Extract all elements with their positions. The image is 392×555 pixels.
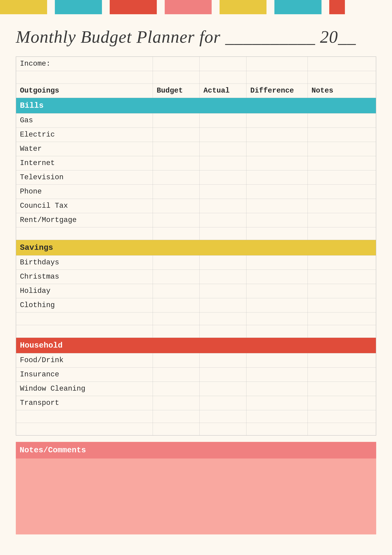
col-notes-header: Notes <box>308 84 376 98</box>
phone-budget[interactable] <box>153 184 200 199</box>
birthdays-actual[interactable] <box>200 255 246 270</box>
income-actual[interactable] <box>200 57 246 71</box>
window-cleaning-actual[interactable] <box>200 382 246 396</box>
income-diff[interactable] <box>246 57 308 71</box>
internet-diff[interactable] <box>246 156 308 170</box>
window-cleaning-budget[interactable] <box>153 382 200 396</box>
gas-diff[interactable] <box>246 113 308 128</box>
row-food-drink: Food/Drink <box>16 353 376 367</box>
bar-gap-2 <box>102 0 110 14</box>
row-phone: Phone <box>16 184 376 199</box>
gas-notes[interactable] <box>308 113 376 128</box>
christmas-notes[interactable] <box>308 270 376 284</box>
bar-gap-6 <box>321 0 329 14</box>
clothing-notes[interactable] <box>308 298 376 312</box>
food-drink-actual[interactable] <box>200 353 246 367</box>
council-tax-actual[interactable] <box>200 199 246 213</box>
bar-yellow-2 <box>220 0 267 14</box>
bar-teal-2 <box>274 0 321 14</box>
spacer-after-bills <box>16 227 376 240</box>
clothing-budget[interactable] <box>153 298 200 312</box>
label-council-tax: Council Tax <box>16 199 153 213</box>
insurance-diff[interactable] <box>246 367 308 382</box>
window-cleaning-notes[interactable] <box>308 382 376 396</box>
row-window-cleaning: Window Cleaning <box>16 382 376 396</box>
water-notes[interactable] <box>308 142 376 156</box>
internet-notes[interactable] <box>308 156 376 170</box>
label-transport: Transport <box>16 396 153 410</box>
internet-actual[interactable] <box>200 156 246 170</box>
television-notes[interactable] <box>308 170 376 184</box>
water-budget[interactable] <box>153 142 200 156</box>
notes-body[interactable] <box>16 459 376 534</box>
col-difference-header: Difference <box>246 84 308 98</box>
row-gas: Gas <box>16 113 376 128</box>
clothing-diff[interactable] <box>246 298 308 312</box>
food-drink-notes[interactable] <box>308 353 376 367</box>
income-budget[interactable] <box>153 57 200 71</box>
notes-body-row <box>16 459 376 534</box>
row-clothing: Clothing <box>16 298 376 312</box>
water-actual[interactable] <box>200 142 246 156</box>
water-diff[interactable] <box>246 142 308 156</box>
transport-diff[interactable] <box>246 396 308 410</box>
income-notes[interactable] <box>308 57 376 71</box>
phone-notes[interactable] <box>308 184 376 199</box>
television-diff[interactable] <box>246 170 308 184</box>
rent-mortgage-diff[interactable] <box>246 213 308 227</box>
holiday-diff[interactable] <box>246 284 308 298</box>
christmas-actual[interactable] <box>200 270 246 284</box>
electric-actual[interactable] <box>200 128 246 142</box>
col-budget-header: Budget <box>153 84 200 98</box>
holiday-actual[interactable] <box>200 284 246 298</box>
electric-notes[interactable] <box>308 128 376 142</box>
gas-budget[interactable] <box>153 113 200 128</box>
phone-diff[interactable] <box>246 184 308 199</box>
television-budget[interactable] <box>153 170 200 184</box>
electric-budget[interactable] <box>153 128 200 142</box>
spacer-savings-1 <box>16 312 376 325</box>
gas-actual[interactable] <box>200 113 246 128</box>
electric-diff[interactable] <box>246 128 308 142</box>
clothing-actual[interactable] <box>200 298 246 312</box>
row-christmas: Christmas <box>16 270 376 284</box>
label-christmas: Christmas <box>16 270 153 284</box>
insurance-notes[interactable] <box>308 367 376 382</box>
transport-notes[interactable] <box>308 396 376 410</box>
rent-mortgage-actual[interactable] <box>200 213 246 227</box>
christmas-diff[interactable] <box>246 270 308 284</box>
food-drink-diff[interactable] <box>246 353 308 367</box>
television-actual[interactable] <box>200 170 246 184</box>
council-tax-notes[interactable] <box>308 199 376 213</box>
rent-mortgage-budget[interactable] <box>153 213 200 227</box>
top-color-bar <box>0 0 392 14</box>
spacer-household-1 <box>16 410 376 423</box>
label-television: Television <box>16 170 153 184</box>
holiday-notes[interactable] <box>308 284 376 298</box>
council-tax-budget[interactable] <box>153 199 200 213</box>
bar-gap-3 <box>157 0 165 14</box>
birthdays-budget[interactable] <box>153 255 200 270</box>
food-drink-budget[interactable] <box>153 353 200 367</box>
label-water: Water <box>16 142 153 156</box>
row-holiday: Holiday <box>16 284 376 298</box>
col-outgoings-header: Outgoings <box>16 84 153 98</box>
christmas-budget[interactable] <box>153 270 200 284</box>
label-phone: Phone <box>16 184 153 199</box>
transport-budget[interactable] <box>153 396 200 410</box>
birthdays-notes[interactable] <box>308 255 376 270</box>
phone-actual[interactable] <box>200 184 246 199</box>
insurance-budget[interactable] <box>153 367 200 382</box>
transport-actual[interactable] <box>200 396 246 410</box>
budget-table: Income: Outgoings Budget Actual Differen… <box>16 57 376 436</box>
label-internet: Internet <box>16 156 153 170</box>
birthdays-diff[interactable] <box>246 255 308 270</box>
holiday-budget[interactable] <box>153 284 200 298</box>
internet-budget[interactable] <box>153 156 200 170</box>
rent-mortgage-notes[interactable] <box>308 213 376 227</box>
insurance-actual[interactable] <box>200 367 246 382</box>
row-internet: Internet <box>16 156 376 170</box>
council-tax-diff[interactable] <box>246 199 308 213</box>
window-cleaning-diff[interactable] <box>246 382 308 396</box>
notes-table: Notes/Comments <box>16 442 376 534</box>
